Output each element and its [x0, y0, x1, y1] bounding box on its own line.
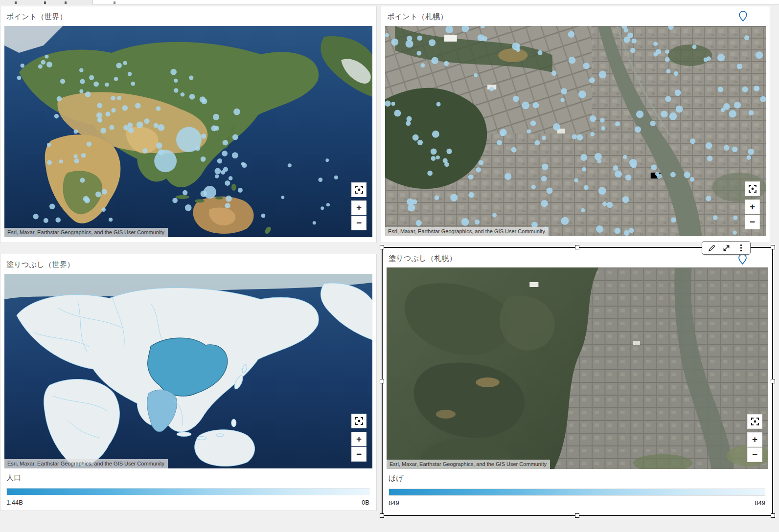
resize-handle-mid-right[interactable]: [771, 379, 775, 383]
zoom-in-button[interactable]: +: [351, 200, 367, 215]
legend-label: ほげ: [389, 474, 765, 483]
legend-max-value: 0B: [362, 499, 369, 506]
map-points-sapporo[interactable]: Esri, Maxar, Earthstar Geographics, and …: [385, 26, 766, 236]
reset-extent-button[interactable]: [747, 414, 762, 429]
resize-handle-top-center[interactable]: [575, 245, 579, 249]
panel-title: ポイント（札幌）: [381, 6, 770, 26]
zoom-out-button[interactable]: −: [747, 447, 762, 462]
zoom-in-button[interactable]: +: [351, 432, 367, 446]
reset-extent-icon: [751, 418, 759, 425]
panel-fill-world[interactable]: 塗りつぶし（世界）: [0, 254, 377, 511]
tab-text-fragment: [15, 1, 17, 4]
sapporo-satellite-map-2: [387, 267, 768, 469]
zoom-in-button[interactable]: +: [747, 432, 762, 447]
zoom-out-button[interactable]: −: [351, 447, 367, 462]
panel-title: 塗りつぶし（世界）: [0, 254, 376, 274]
map-points-world[interactable]: Esri, Maxar, Earthstar Geographics, and …: [4, 26, 372, 237]
tab-strip[interactable]: [0, 0, 779, 5]
map-fill-world[interactable]: Esri, Maxar, Earthstar Geographics, and …: [4, 274, 372, 468]
world-points-layer: [4, 26, 372, 237]
sapporo-points-layer: [385, 26, 766, 236]
panel-points-world[interactable]: ポイント（世界）: [0, 6, 377, 243]
panel-fill-sapporo[interactable]: 塗りつぶし（札幌）: [382, 247, 773, 516]
reset-extent-button[interactable]: [351, 414, 367, 428]
resize-handle-bottom-center[interactable]: [575, 513, 579, 518]
legend-max-value: 849: [755, 499, 765, 507]
map-attribution: Esri, Maxar, Earthstar Geographics, and …: [387, 460, 550, 469]
zoom-out-button[interactable]: −: [351, 216, 367, 230]
resize-handle-top-left[interactable]: [380, 245, 384, 249]
legend-gradient-bar: [6, 488, 369, 495]
location-pin-icon[interactable]: [738, 254, 747, 265]
zoom-out-button[interactable]: −: [745, 215, 760, 229]
reset-extent-icon: [355, 417, 363, 425]
resize-handle-mid-left[interactable]: [380, 379, 384, 383]
tab-text-fragment: [65, 1, 67, 4]
panel-title: ポイント（世界）: [0, 6, 376, 26]
legend-label: 人口: [6, 473, 369, 483]
reset-extent-button[interactable]: [745, 181, 760, 196]
panel-edit-toolbar: [702, 241, 751, 255]
legend-min-value: 849: [389, 499, 399, 507]
panel-points-sapporo[interactable]: ポイント（札幌）: [381, 6, 770, 243]
world-choropleth-map: [4, 274, 372, 468]
resize-handle-top-right[interactable]: [771, 245, 775, 249]
reset-extent-button[interactable]: [351, 182, 367, 197]
zoom-in-button[interactable]: +: [745, 200, 760, 214]
tab-text-fragment: [44, 1, 46, 4]
map-fill-sapporo[interactable]: Esri, Maxar, Earthstar Geographics, and …: [387, 267, 768, 469]
kebab-menu-icon[interactable]: [737, 244, 745, 252]
reset-extent-icon: [355, 186, 363, 194]
tab-text-fragment: [114, 1, 115, 4]
edit-pencil-icon[interactable]: [708, 244, 715, 252]
map-attribution: Esri, Maxar, Earthstar Geographics, and …: [4, 228, 168, 237]
legend-min-value: 1.44B: [6, 499, 23, 506]
resize-expand-icon[interactable]: [722, 244, 730, 252]
tab-active-cutoff[interactable]: [0, 0, 93, 5]
legend-hoge: ほげ 849 849: [383, 469, 772, 507]
legend-population: 人口 1.44B 0B: [0, 468, 376, 506]
map-attribution: Esri, Maxar, Earthstar Geographics, and …: [385, 227, 549, 236]
map-attribution: Esri, Maxar, Earthstar Geographics, and …: [4, 459, 168, 468]
resize-handle-bottom-left[interactable]: [380, 513, 384, 518]
location-pin-icon[interactable]: [739, 11, 747, 22]
legend-gradient-bar: [389, 488, 765, 496]
reset-extent-icon: [749, 185, 756, 193]
resize-handle-bottom-right[interactable]: [771, 513, 775, 518]
